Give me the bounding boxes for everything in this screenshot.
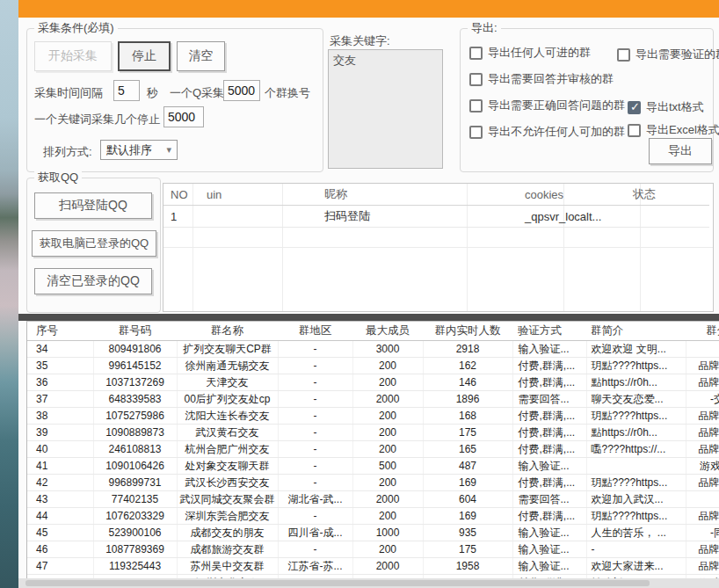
table-cell: 深圳东莞合肥交友: [177, 508, 278, 525]
table-cell: 200: [352, 408, 423, 425]
export-button[interactable]: 导出: [649, 138, 712, 164]
column-header[interactable]: 验证方式: [512, 322, 586, 341]
column-header[interactable]: 群分类: [686, 322, 719, 341]
checkbox-export-need-verify[interactable]: 导出需要验证的群: [617, 47, 719, 62]
table-row[interactable]: 441076203329深圳东莞合肥交友-200169付费,群满,...玥點??…: [27, 508, 719, 525]
table-cell: 200: [352, 508, 423, 525]
start-collect-button[interactable]: 开始采集: [34, 41, 112, 71]
column-header[interactable]: 群地区: [278, 322, 352, 341]
scrollbar-thumb[interactable]: [25, 580, 650, 586]
table-row[interactable]: 4377402135武汉同城交友聚会群湖北省-武...2000604需要回答..…: [27, 491, 719, 508]
table-row[interactable]: 411090106426处对象交友聊天群-500487输入验证...游戏-游戏: [27, 458, 719, 475]
table-cell: 需要回答...: [512, 491, 586, 508]
table-row[interactable]: 3764833958300后扩列交友处cp-20001896需要回答...聊天交…: [27, 391, 719, 408]
table-cell: 玥點????https...: [586, 475, 686, 491]
group-results-table: 序号群号码群名称群地区最大成员群内实时人数验证方式群简介群分类 34809491…: [26, 321, 719, 578]
column-header[interactable]: 群简介: [586, 322, 686, 341]
table-cell: 935: [423, 525, 512, 541]
column-header[interactable]: 最大成员: [352, 322, 423, 341]
column-header[interactable]: uin: [200, 184, 296, 206]
checkbox[interactable]: [628, 124, 641, 137]
table-row[interactable]: 1扫码登陆_qpsvr_localt...: [163, 206, 709, 228]
table-row[interactable]: 34809491806扩列交友聊天CP群-30002918输入验证...欢迎欢迎…: [27, 341, 719, 358]
table-cell: _qpsvr_localt...: [509, 206, 621, 228]
table-cell: -: [278, 341, 352, 358]
table-cell: 输入验证...: [512, 458, 586, 475]
sort-select[interactable]: 默认排序 ▾: [100, 140, 178, 160]
keywords-textarea[interactable]: 交友: [328, 49, 443, 169]
table-cell: 1000: [352, 525, 423, 541]
checkbox[interactable]: [469, 47, 483, 60]
table-cell: 武汉黄石交友: [177, 425, 278, 441]
table-cell: 119325443: [93, 558, 177, 575]
checkbox-export-no-join[interactable]: 导出不允许任何人可加的群: [469, 124, 625, 140]
table-cell: 45: [27, 525, 93, 541]
sort-label: 排列方式:: [43, 144, 92, 160]
table-cell: 沈阳大连长春交友: [177, 408, 278, 425]
column-header[interactable]: 群号码: [93, 322, 177, 341]
table-row[interactable]: 381075275986沈阳大连长春交友-200168付费,群满,...玥點??…: [27, 408, 719, 425]
table-row[interactable]: 45523900106成都交友的朋友四川省-成...1000935输入验证...…: [27, 525, 719, 541]
per-q-input[interactable]: [223, 80, 260, 101]
table-cell: 1090889873: [93, 425, 177, 441]
table-cell: 175: [423, 541, 512, 558]
clear-button[interactable]: 清空: [177, 41, 225, 71]
table-row[interactable]: 42996899731武汉长沙西安交友-200169付费,群满,...玥點???…: [27, 475, 719, 491]
table-row[interactable]: 47119325443苏州吴中交友群江苏省-苏...20001958输入验证..…: [27, 558, 719, 575]
table-cell: 35: [27, 358, 93, 374]
column-header[interactable]: NO: [163, 184, 200, 206]
table-row[interactable]: 361037137269天津交友-200146付费,群满,...點https:/…: [27, 374, 719, 391]
table-row[interactable]: 391090889873武汉黄石交友-200175付费,群满,...點https…: [27, 425, 719, 441]
column-header[interactable]: 状态: [621, 184, 709, 206]
table-cell: 欢迎欢迎 文明...: [586, 341, 686, 358]
table-row[interactable]: 40246108813杭州合肥广州交友-200165付费,群满,...嚸????…: [27, 441, 719, 458]
table-cell: 169: [423, 508, 512, 525]
horizontal-scrollbar[interactable]: [18, 578, 719, 588]
table-cell: 嚸????https://...: [586, 441, 686, 458]
table-cell: 江苏省-苏...: [278, 558, 352, 575]
checkbox[interactable]: [469, 73, 483, 86]
table-cell: 成都交友的朋友: [177, 525, 278, 541]
table-cell: 扫码登陆: [296, 206, 509, 228]
get-logged-qq-button[interactable]: 获取电脑已登录的QQ: [32, 230, 156, 257]
column-header[interactable]: cookies: [509, 184, 621, 206]
checkbox[interactable]: [469, 99, 483, 113]
checkbox[interactable]: [628, 101, 641, 114]
checkbox-export-correct-answer[interactable]: 导出需要正确回答问题的群: [469, 98, 625, 113]
desktop-wallpaper: [0, 0, 18, 588]
interval-input[interactable]: [113, 80, 140, 101]
get-qq-panel: 获取QQ 扫码登陆QQ 获取电脑已登录的QQ 清空已登录的QQ: [26, 178, 161, 313]
checkbox-export-answer-review[interactable]: 导出需要回答并审核的群: [469, 71, 614, 87]
table-cell: 品牌,产品-: [686, 475, 719, 491]
checkbox[interactable]: [617, 48, 630, 62]
column-header[interactable]: 昵称: [296, 184, 509, 206]
table-cell: 162: [423, 358, 512, 374]
column-header[interactable]: 群内实时人数: [423, 322, 512, 341]
window-titlebar[interactable]: [18, 0, 719, 18]
table-cell: 37: [27, 391, 93, 408]
checkbox-label: 导出任何人可进的群: [488, 45, 591, 61]
clear-logged-qq-button[interactable]: 清空已登录的QQ: [34, 268, 152, 294]
stop-button[interactable]: 停止: [118, 41, 171, 71]
column-header[interactable]: 序号: [27, 322, 93, 341]
table-cell: 44: [27, 508, 93, 525]
keyword-stop-label: 一个关键词采集几个停止: [34, 112, 160, 127]
scan-login-qq-button[interactable]: 扫码登陆QQ: [34, 192, 152, 219]
column-header[interactable]: 群名称: [177, 322, 278, 341]
table-cell: 1037137269: [93, 374, 177, 391]
checkbox[interactable]: [469, 126, 483, 139]
table-cell: -: [278, 425, 352, 441]
checkbox-export-txt[interactable]: 导出txt格式: [628, 99, 704, 115]
table-cell: 品牌,产品-: [686, 441, 719, 458]
checkbox-label: 导出需要验证的群: [635, 47, 719, 62]
checkbox-export-anyone[interactable]: 导出任何人可进的群: [469, 45, 591, 61]
checkbox-label: 导出Excel格式: [646, 122, 719, 138]
table-cell: 1087789369: [93, 541, 177, 558]
keyword-stop-input[interactable]: [163, 106, 204, 127]
table-row[interactable]: 35996145152徐州南通无锡交友-200162付费,群满,...玥點???…: [27, 358, 719, 374]
table-cell: 欢迎加入武汉...: [586, 491, 686, 508]
app-window: 采集条件(必填) 开始采集 停止 清空 采集时间间隔 秒 一个Q采集 个群换号 …: [18, 0, 719, 588]
checkbox-export-excel[interactable]: 导出Excel格式: [628, 122, 719, 138]
table-row[interactable]: 461087789369成都旅游交友群-200175输入验证...-品牌,产品-: [27, 541, 719, 558]
table-cell: 1075275986: [93, 408, 177, 425]
